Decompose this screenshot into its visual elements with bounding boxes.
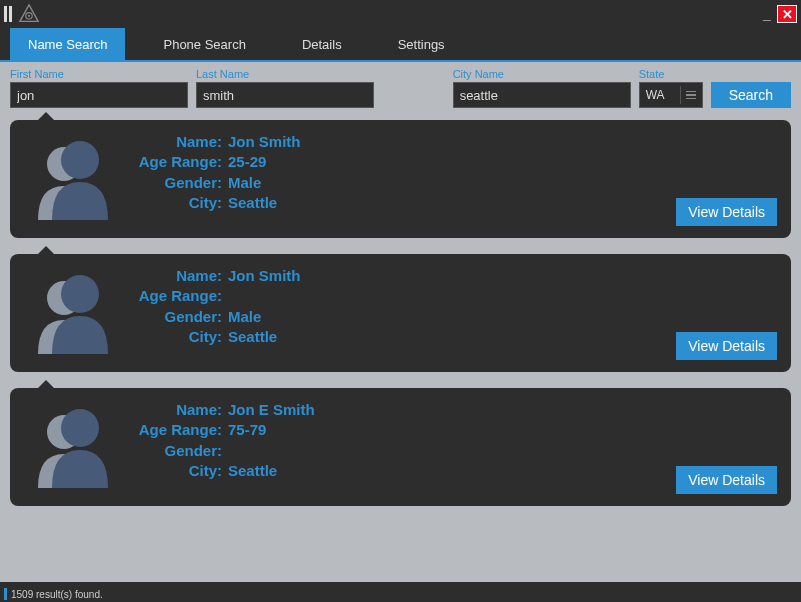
avatar-icon [24, 400, 124, 492]
minimize-button[interactable]: _ [757, 6, 777, 22]
age-range-value: 75-79 [228, 420, 266, 440]
age-range-label: Age Range: [132, 420, 222, 440]
tab-bar: Name Search Phone Search Details Setting… [0, 28, 801, 62]
search-button[interactable]: Search [711, 82, 791, 108]
svg-point-8 [61, 409, 99, 447]
title-bar: _ ✕ [0, 0, 801, 28]
avatar-icon [24, 266, 124, 358]
result-card: Name:Jon E Smith Age Range:75-79 Gender:… [10, 388, 791, 506]
tab-name-search[interactable]: Name Search [10, 28, 125, 60]
svg-point-2 [28, 15, 30, 17]
tab-phone-search[interactable]: Phone Search [145, 28, 263, 60]
last-name-input[interactable] [196, 82, 374, 108]
city-value: Seattle [228, 461, 277, 481]
view-details-button[interactable]: View Details [676, 332, 777, 360]
state-value: WA [646, 88, 665, 102]
gender-label: Gender: [132, 441, 222, 461]
age-range-value: 25-29 [228, 152, 266, 172]
tab-details[interactable]: Details [284, 28, 360, 60]
age-range-label: Age Range: [132, 286, 222, 306]
last-name-label: Last Name [196, 68, 374, 80]
state-label: State [639, 68, 703, 80]
select-handle-icon [680, 86, 696, 104]
result-card: Name:Jon Smith Age Range: Gender:Male Ci… [10, 254, 791, 372]
name-value: Jon E Smith [228, 400, 315, 420]
svg-point-6 [61, 275, 99, 313]
tab-settings[interactable]: Settings [380, 28, 463, 60]
name-label: Name: [132, 132, 222, 152]
gender-value: Male [228, 307, 261, 327]
gender-label: Gender: [132, 173, 222, 193]
app-bars-icon [4, 5, 12, 23]
result-card: Name:Jon Smith Age Range:25-29 Gender:Ma… [10, 120, 791, 238]
view-details-button[interactable]: View Details [676, 198, 777, 226]
svg-point-4 [61, 141, 99, 179]
city-value: Seattle [228, 193, 277, 213]
status-text: 1509 result(s) found. [11, 589, 103, 600]
status-bar: 1509 result(s) found. [0, 586, 801, 602]
city-value: Seattle [228, 327, 277, 347]
city-label: City: [132, 461, 222, 481]
app-logo-icon [18, 3, 40, 25]
first-name-label: First Name [10, 68, 188, 80]
city-label: City: [132, 327, 222, 347]
name-label: Name: [132, 400, 222, 420]
filter-row: First Name Last Name City Name State WA … [10, 68, 791, 108]
name-label: Name: [132, 266, 222, 286]
close-button[interactable]: ✕ [777, 5, 797, 23]
results-list: Name:Jon Smith Age Range:25-29 Gender:Ma… [10, 120, 791, 506]
avatar-icon [24, 132, 124, 224]
city-label: City: [132, 193, 222, 213]
first-name-input[interactable] [10, 82, 188, 108]
name-value: Jon Smith [228, 132, 301, 152]
view-details-button[interactable]: View Details [676, 466, 777, 494]
main-panel: First Name Last Name City Name State WA … [0, 62, 801, 582]
city-name-label: City Name [453, 68, 631, 80]
name-value: Jon Smith [228, 266, 301, 286]
status-tick-icon [4, 588, 7, 600]
age-range-label: Age Range: [132, 152, 222, 172]
city-name-input[interactable] [453, 82, 631, 108]
gender-label: Gender: [132, 307, 222, 327]
state-select[interactable]: WA [639, 82, 703, 108]
gender-value: Male [228, 173, 261, 193]
